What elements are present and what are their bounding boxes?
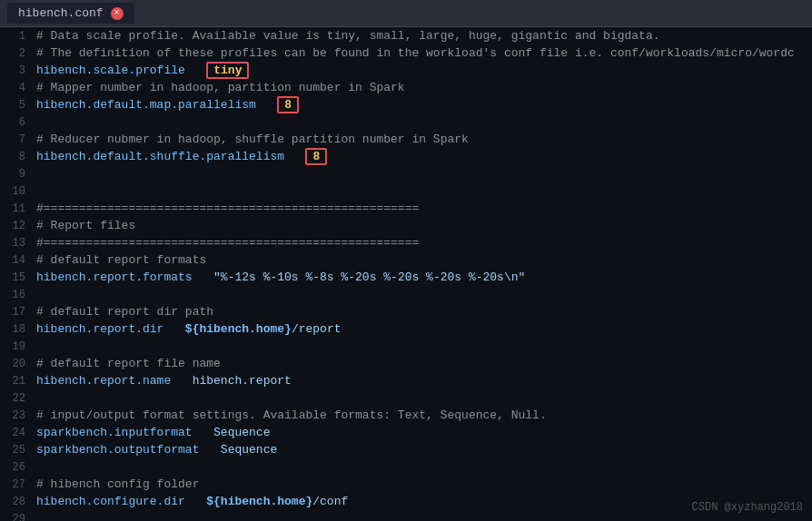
table-row: 26 <box>0 458 812 476</box>
line-content: # default report file name <box>36 357 808 370</box>
table-row: 13#=====================================… <box>0 234 812 251</box>
watermark: CSDN @xyzhang2018 <box>692 501 803 514</box>
line-content: # hibench config folder <box>36 477 808 491</box>
line-content: # input/output format settings. Availabl… <box>36 408 808 422</box>
table-row: 23# input/output format settings. Availa… <box>0 407 812 424</box>
table-row: 3hibench.scale.profile tiny <box>0 62 812 79</box>
code-editor: 1# Data scale profile. Available value i… <box>0 27 812 521</box>
table-row: 5hibench.default.map.parallelism 8 <box>0 96 812 113</box>
file-tab[interactable]: hibench.conf × <box>7 3 134 24</box>
line-content: # Data scale profile. Available value is… <box>36 29 808 43</box>
table-row: 19 <box>0 338 812 355</box>
table-row: 9 <box>0 165 812 182</box>
line-number: 26 <box>4 461 25 474</box>
line-number: 16 <box>4 289 25 301</box>
table-row: 11#=====================================… <box>0 200 812 217</box>
line-content: sparkbench.outputformat Sequence <box>36 443 808 457</box>
line-content: #=======================================… <box>36 202 808 215</box>
line-content: # default report dir path <box>36 305 808 319</box>
table-row: 4# Mapper number in hadoop, partition nu… <box>0 79 812 96</box>
table-row: 12# Report files <box>0 217 812 234</box>
table-row: 29 <box>0 510 812 521</box>
line-content <box>36 288 808 301</box>
table-row: 18hibench.report.dir ${hibench.home}/rep… <box>0 320 812 338</box>
line-content <box>36 339 808 353</box>
table-row: 21hibench.report.name hibench.report <box>0 372 812 389</box>
close-icon: × <box>114 8 120 18</box>
line-number: 21 <box>4 375 25 388</box>
table-row: 8hibench.default.shuffle.parallelism 8 <box>0 148 812 165</box>
table-row: 20# default report file name <box>0 355 812 372</box>
line-number: 23 <box>4 409 25 422</box>
line-number: 5 <box>4 99 25 112</box>
line-content <box>36 184 808 198</box>
line-number: 1 <box>4 30 25 43</box>
line-content: # The definition of these profiles can b… <box>36 46 808 60</box>
line-content: hibench.report.name hibench.report <box>36 374 808 388</box>
table-row: 24sparkbench.inputformat Sequence <box>0 424 812 441</box>
table-row: 25sparkbench.outputformat Sequence <box>0 441 812 458</box>
line-content: # Mapper number in hadoop, partition num… <box>36 81 808 94</box>
table-row: 10 <box>0 182 812 200</box>
line-content <box>36 391 808 405</box>
line-number: 9 <box>4 168 25 181</box>
line-number: 10 <box>4 185 25 198</box>
line-content: hibench.report.dir ${hibench.home}/repor… <box>36 322 808 336</box>
table-row: 14# default report formats <box>0 251 812 269</box>
line-number: 28 <box>4 496 25 508</box>
table-row: 7# Reducer nubmer in hadoop, shuffle par… <box>0 131 812 148</box>
line-number: 4 <box>4 82 25 94</box>
line-content: hibench.scale.profile tiny <box>36 62 808 79</box>
line-number: 15 <box>4 271 25 284</box>
table-row: 15hibench.report.formats "%-12s %-10s %-… <box>0 269 812 286</box>
line-number: 25 <box>4 444 25 457</box>
line-content: # Report files <box>36 219 808 232</box>
line-content: #=======================================… <box>36 236 808 250</box>
line-number: 29 <box>4 513 25 522</box>
tab-close-button[interactable]: × <box>111 7 124 20</box>
line-number: 18 <box>4 323 25 336</box>
line-number: 20 <box>4 358 25 370</box>
table-row: 2# The definition of these profiles can … <box>0 44 812 62</box>
line-content: hibench.default.shuffle.parallelism 8 <box>36 148 808 165</box>
line-content: hibench.default.map.parallelism 8 <box>36 96 808 113</box>
line-number: 3 <box>4 64 25 77</box>
line-number: 14 <box>4 254 25 267</box>
table-row: 28hibench.configure.dir ${hibench.home}/… <box>0 493 812 510</box>
title-bar: hibench.conf × <box>0 0 812 27</box>
line-content: hibench.report.formats "%-12s %-10s %-8s… <box>36 270 808 284</box>
line-number: 6 <box>4 116 25 129</box>
line-number: 2 <box>4 47 25 60</box>
line-number: 19 <box>4 340 25 353</box>
line-content <box>36 460 808 474</box>
line-content <box>36 115 808 129</box>
line-number: 7 <box>4 133 25 146</box>
table-row: 27# hibench config folder <box>0 476 812 493</box>
line-number: 11 <box>4 202 25 215</box>
table-row: 17# default report dir path <box>0 303 812 320</box>
table-row: 6 <box>0 113 812 131</box>
table-row: 16 <box>0 286 812 303</box>
table-row: 1# Data scale profile. Available value i… <box>0 27 812 44</box>
line-content <box>36 167 808 181</box>
line-content: # Reducer nubmer in hadoop, shuffle part… <box>36 133 808 146</box>
line-number: 22 <box>4 392 25 405</box>
line-number: 27 <box>4 478 25 491</box>
line-number: 12 <box>4 220 25 232</box>
line-number: 8 <box>4 151 25 163</box>
line-number: 24 <box>4 427 25 439</box>
line-number: 13 <box>4 237 25 250</box>
line-content: sparkbench.inputformat Sequence <box>36 426 808 439</box>
line-number: 17 <box>4 306 25 319</box>
table-row: 22 <box>0 389 812 407</box>
line-content: # default report formats <box>36 253 808 267</box>
tab-label: hibench.conf <box>18 6 104 20</box>
